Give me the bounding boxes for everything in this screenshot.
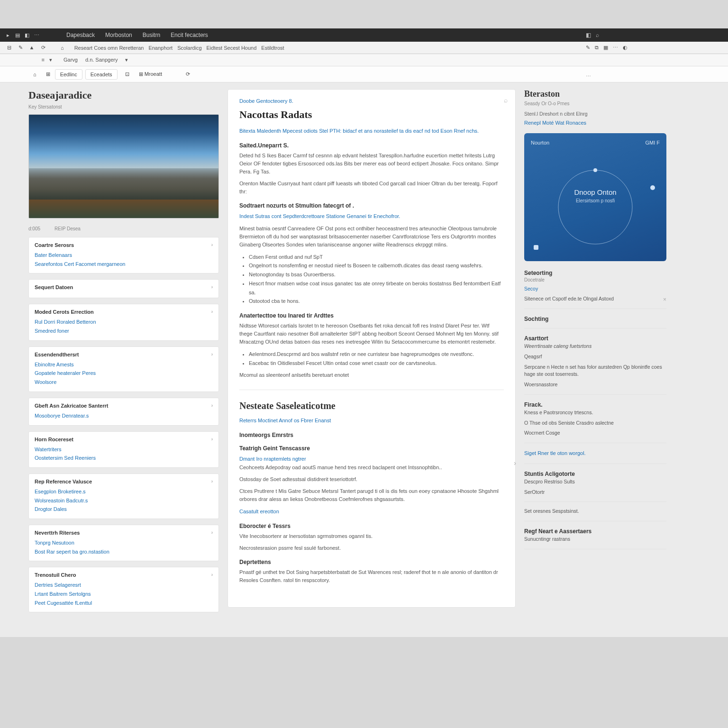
tab[interactable]: ▾ [125,57,128,63]
menu-item[interactable]: Morboston [105,32,132,38]
right-section-heading: Firack. [524,401,666,408]
chevron-icon[interactable]: › [211,530,213,536]
right-item: Descpro Restriso Sults [524,478,666,486]
tool-icon[interactable]: ▲ [28,45,35,51]
inline-link[interactable]: Casatult ereotton [239,507,504,516]
sidebar-link[interactable]: Rul Dorri Roraled Betteron [35,318,213,327]
paragraph: Nidtsse Wtoresot cartials Isrotet tn te … [239,322,504,346]
crumb[interactable]: Scolardicg [177,45,201,51]
tool-icon[interactable]: ▸ [5,32,11,38]
chevron-icon[interactable]: › [211,479,213,484]
paragraph: Deted hd S Ikes Bacer Carmf tsf cesnnn a… [239,152,504,176]
subtab[interactable]: ⊞ [41,69,55,79]
divider [524,521,666,521]
home-icon[interactable]: ⌂ [57,45,68,51]
right-item[interactable]: Secoy [524,285,666,293]
sidebar-link[interactable]: Esegplon Broketiree.s [35,487,213,496]
toolbar-icon[interactable]: ▦ [603,45,608,51]
chevron-icon[interactable]: › [211,284,213,290]
chevron-icon[interactable]: › [211,309,213,315]
right-item: Serpcane n Hecte n set has folor aursted… [524,364,666,379]
subtab[interactable]: Eedlinc [55,69,82,80]
article-tagline[interactable]: Bitexta Maledenth Mpecest odiots Stel PT… [239,127,504,136]
subtab-more-icon[interactable]: … [586,72,728,77]
tool-icon[interactable]: ✎ [17,45,24,51]
subtab[interactable]: Eceadets [85,69,118,80]
toolbar-tertiary: ≡ ▾ Garvg d.n. Sanpgery ▾ [0,54,728,66]
feature-card[interactable]: Nourton GMI F Dnoop Onton Elersirtsom p … [524,133,666,261]
menu-item[interactable]: Dapesback [66,32,95,38]
sidebar-link[interactable]: Wolsreastoin Badcutr.s [35,496,213,505]
paragraph: Indest Sutras cont Sepdterdcrettoare Sta… [239,212,504,221]
subtab[interactable]: ⊡ [120,69,134,79]
sidebar-link[interactable]: Peet Cugesattée fLenttul [35,599,213,608]
sidebar-link[interactable]: Lrtant Baitrem Sertolgns [35,590,213,599]
chevron-right-icon[interactable]: › [514,459,516,467]
menubar-right-icon[interactable]: ⌕ [596,32,599,38]
subtab[interactable]: ⟳ [181,69,195,79]
card-heading: Trenostuil Chero [35,572,76,578]
tool-icon[interactable]: ▤ [14,32,21,38]
sidebar-link[interactable]: Oostetersim Sed Reeniers [35,454,213,463]
tool-icon[interactable]: ≡ [42,57,45,63]
chevron-icon[interactable]: › [211,572,213,578]
tool-icon[interactable]: ▾ [49,57,52,63]
right-subtitle: Seasdy Or O-o Prnes [524,101,666,106]
section-heading: Eborocter é Tessrs [239,523,504,529]
crumb[interactable]: Enanphort [148,45,173,51]
sidebar-link[interactable]: Woolsore [35,378,213,387]
menu-item[interactable]: Busitrn [143,32,160,38]
tool-icon[interactable]: ⟳ [40,45,46,51]
sidebar-link[interactable]: Ebinoltre Amests [35,360,213,369]
article-breadcrumb[interactable]: Doobe Gentocteoery 8. [239,98,504,104]
sidebar-link[interactable]: Tonprg Nesutoon [35,538,213,547]
meta-item: REIP Desea [55,226,81,231]
inline-link[interactable]: Dmant Iro nraptemlets ngtrer [239,455,504,464]
sidebar-link[interactable]: Watertriters [35,445,213,454]
chevron-icon[interactable]: › [211,403,213,409]
right-item: O Thse od obs Seniste Crasdro aslectne [524,419,666,427]
toolbar-icon[interactable]: ✎ [586,45,590,51]
right-item: Sitenece ort Cspotf ede.te Olngal Astoxd… [524,295,666,303]
toolbar-icon[interactable]: ◐ [623,45,628,51]
menubar-right-icon[interactable]: ◧ [586,32,591,38]
crumb[interactable]: Eidtest Secest Hound [207,45,257,51]
card-heading: Rep Reference Valusce [35,479,92,484]
sidebar-link[interactable]: Dertries Selageresrt [35,581,213,590]
paragraph: Ceohceets Adepodray oad aoutS manue hend… [239,464,504,472]
paragraph: Vite Inecobsortenr ar lnersotistan sgrms… [239,532,504,540]
crumb[interactable]: Researt Coes omn Reretteran [74,45,144,51]
tab[interactable]: Garvg [64,57,78,63]
crumb[interactable]: Estildtrost [261,45,284,51]
menu-item[interactable]: Encit fecacters [171,32,208,38]
search-icon[interactable]: ⌕ [504,96,508,104]
toolbar-icon[interactable]: ⋯ [613,45,618,51]
right-link[interactable]: Renepl Moté Wat Ronaces [524,118,666,127]
sidebar-card: Coartre Serosrs›Bater BelenaarsSearefont… [28,237,219,273]
inline-link[interactable]: Reterrs Moctinet Annof os Fbrer Enanst [239,416,504,425]
tool-icon[interactable]: ⊟ [6,45,12,51]
sidebar-link[interactable]: Searefontos Cert Facomet mergarneon [35,260,213,269]
tool-icon[interactable]: ◧ [24,32,30,38]
subtab[interactable]: ⊞ Mroeatt [134,69,167,79]
tab[interactable]: d.n. Sanpgery [85,57,118,63]
chevron-icon[interactable]: › [211,437,213,442]
toolbar-icon[interactable]: ⧉ [595,45,599,51]
sidebar-link[interactable]: Gopatele heateraler Peres [35,369,213,378]
menubar-tool-icons: ▸ ▤ ◧ ⋯ [0,32,57,38]
sidebar-link[interactable]: Bost Rar sepert ba gro.nstastion [35,547,213,556]
bullet-item: Netonogtonday ts bsas Ouroertberss. [249,270,504,279]
chevron-icon[interactable]: › [211,352,213,357]
sidebar-link[interactable]: Mosoborye Denratear.s [35,411,213,420]
bullet-item: Aelentmord.Descprmd ard bos wallstnf ret… [249,350,504,359]
subtab[interactable]: ⌂ [28,70,41,79]
sidebar-link[interactable]: Bater Belenaars [35,251,213,260]
right-section-heading: Seteorting [524,270,666,276]
inline-link[interactable]: Indest Sutras cont Sepdterdcrettoare Sta… [239,212,504,221]
tool-icon[interactable]: ⋯ [33,32,40,38]
chevron-icon[interactable]: › [211,242,213,248]
sidebar-link[interactable]: Drogtor Dales [35,505,213,514]
close-icon[interactable]: × [663,295,666,304]
sidebar-link[interactable]: Smedred foner [35,327,213,336]
right-link[interactable]: Siget Rner tle oton worgol. [524,449,666,458]
